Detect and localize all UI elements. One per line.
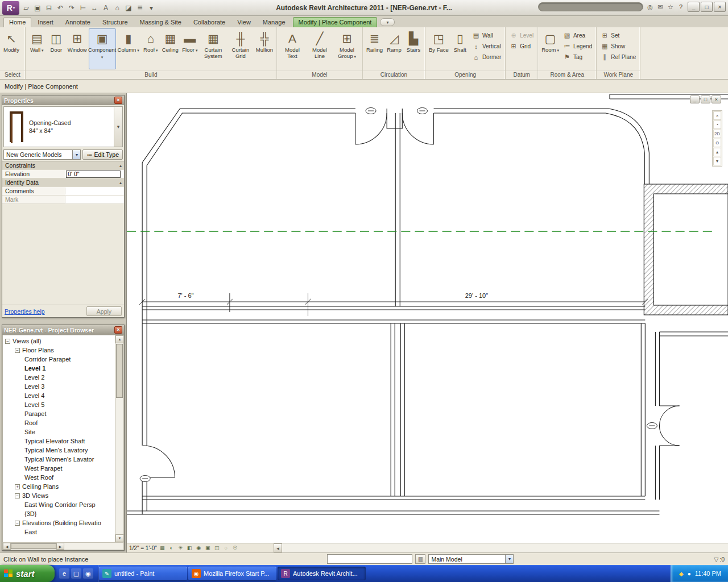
drawing-area[interactable]: 7' - 6" 29' - 10" _□× ×◔2D⊙▴▾ 1/2" = 1'-… (126, 93, 728, 552)
close-icon[interactable]: × (114, 97, 122, 104)
ribbon-tab[interactable]: Structure (97, 17, 134, 27)
canvas-horizontal-scrollbar[interactable]: ◀ (274, 543, 728, 552)
walls[interactable] (127, 94, 728, 514)
property-row-comments[interactable]: Comments (2, 187, 124, 196)
favorites-icon[interactable]: ☆ (665, 2, 676, 12)
ceiling-button[interactable]: ▦ Ceiling (160, 28, 180, 69)
room-button[interactable]: ▢ Room (540, 28, 561, 69)
panel-label-model[interactable]: Model (277, 70, 362, 79)
tray-security-icon[interactable]: ◆ (679, 571, 684, 577)
project-browser-header[interactable]: NER-Gene.rvt - Project Browser × (2, 325, 124, 335)
scroll-left-icon[interactable]: ◀ (274, 543, 282, 552)
ie-icon[interactable]: e (59, 568, 69, 579)
panel-label-work-plane[interactable]: Work Plane (597, 70, 640, 79)
shaft-opening-button[interactable]: ▯ Shaft (450, 28, 470, 69)
tree-item[interactable]: Typical Elevator Shaft (3, 436, 115, 446)
grid-button[interactable]: ⊞ Grid (507, 41, 536, 52)
tree-item[interactable]: Corridor Parapet (3, 355, 115, 364)
show-desktop-icon[interactable]: ▢ (71, 568, 81, 579)
dimension-label[interactable]: 7' - 6" (177, 292, 193, 299)
tree-expander-icon[interactable] (15, 484, 20, 489)
dimension-label[interactable]: 29' - 10" (465, 292, 488, 299)
panel-label-opening[interactable]: Opening (425, 70, 505, 79)
type-selector-dropdown-arrow-icon[interactable]: ▾ (114, 107, 122, 147)
tree-item[interactable]: East Wing Corridor Persp (3, 500, 115, 509)
combo-arrow-icon[interactable]: ▾ (505, 555, 513, 563)
level-button[interactable]: ⊕ Level (507, 30, 536, 41)
task-paint[interactable]: ✎ untitled - Paint (99, 567, 187, 580)
group-row-constraints[interactable]: Constraints ▴ (2, 161, 124, 170)
stairs-button[interactable]: ▙ Stairs (404, 28, 423, 69)
section-icon[interactable]: ◪ (123, 2, 134, 14)
collapse-chevron-icon[interactable]: ▴ (119, 180, 122, 185)
zoom-2d-icon[interactable]: 2D (713, 130, 721, 138)
tree-item[interactable]: 3D Views (3, 491, 115, 500)
ribbon-tab[interactable]: Insert (32, 17, 59, 27)
door-tags[interactable] (140, 108, 657, 482)
roof-button[interactable]: ⌂ Roof (141, 28, 160, 69)
tree-item[interactable]: Floor Plans (3, 346, 115, 355)
start-button[interactable]: start (0, 565, 55, 582)
print-icon[interactable]: ⊟ (43, 2, 55, 14)
minimize-button[interactable]: _ (688, 2, 700, 12)
design-options-combo[interactable]: Main Model ▾ (428, 554, 514, 564)
tree-item[interactable]: West Roof (3, 473, 115, 482)
panel-label-datum[interactable]: Datum (506, 70, 537, 79)
firefox-icon[interactable]: ◉ (83, 568, 93, 579)
floor-button[interactable]: ▬ Floor (180, 28, 200, 69)
tray-network-icon[interactable]: ● (688, 571, 691, 577)
mullion-button[interactable]: ╬ Mullion (254, 28, 275, 69)
task-revit[interactable]: R Autodesk Revit Archit... (278, 567, 366, 580)
task-firefox[interactable]: ◉ Mozilla Firefox Start P... (188, 567, 276, 580)
ribbon-tab[interactable]: View (231, 17, 257, 27)
ref-plane-button[interactable]: ∥ Ref Plane (598, 52, 638, 63)
panel-label-build[interactable]: Build (26, 70, 276, 79)
open-icon[interactable]: ▱ (20, 2, 32, 14)
dimension[interactable] (139, 293, 648, 316)
shadows-icon[interactable]: ◧ (185, 544, 194, 552)
nav-up-icon[interactable]: ▴ (713, 148, 721, 156)
tree-expander-icon[interactable] (15, 348, 20, 353)
search-icon[interactable]: ◎ (645, 2, 655, 12)
save-icon[interactable]: ▣ (32, 2, 43, 14)
panel-label-select[interactable]: Select (0, 70, 25, 79)
application-button[interactable]: R ▾ (2, 1, 19, 15)
sun-path-icon[interactable]: ☀ (176, 544, 185, 552)
vertical-opening-button[interactable]: ↕ Vertical (470, 41, 503, 52)
tree-item[interactable]: Site (3, 427, 115, 436)
infocenter-search-input[interactable] (538, 2, 643, 11)
tree-item[interactable]: {3D} (3, 509, 115, 518)
panel-label-circulation[interactable]: Circulation (363, 70, 425, 79)
tree-item[interactable]: Typical Men's Lavatory (3, 446, 115, 455)
close-button[interactable]: × (714, 2, 726, 12)
active-workset-combo[interactable] (327, 554, 412, 564)
tree-item[interactable]: Parapet (3, 409, 115, 418)
floor-plan[interactable]: 7' - 6" 29' - 10" (127, 93, 728, 543)
restore-button[interactable]: □ (701, 2, 713, 12)
ribbon-tab[interactable]: Annotate (60, 17, 96, 27)
show-rendering-dialog-icon[interactable]: ◉ (195, 544, 203, 552)
nav-down-icon[interactable]: ▾ (713, 157, 721, 165)
elevation-input[interactable] (66, 171, 121, 178)
opening-by-face-button[interactable]: ◳ By Face (427, 28, 450, 69)
contextual-tab-place-component[interactable]: Modify | Place Component (293, 17, 378, 27)
thin-lines-icon[interactable]: ≣ (134, 2, 146, 14)
combo-arrow-icon[interactable]: ▾ (72, 150, 80, 159)
view-minimize-icon[interactable]: _ (690, 95, 700, 103)
type-selector[interactable]: Opening-Cased 84" x 84" ▾ (3, 106, 123, 147)
tree-item[interactable]: Ceiling Plans (3, 482, 115, 491)
door-button[interactable]: ◫ Door (47, 28, 66, 69)
ribbon-tab[interactable]: Collaborate (188, 17, 231, 27)
set-work-plane-button[interactable]: ⊞ Set (598, 30, 638, 41)
scrollbar-thumb[interactable] (116, 344, 123, 398)
default-3d-view-icon[interactable]: ⌂ (111, 2, 123, 14)
family-filter-combo[interactable]: New Generic Models ▾ (3, 149, 81, 160)
qat-customize-icon[interactable]: ▾ (146, 2, 157, 14)
area-button[interactable]: ▧ Area (561, 30, 594, 41)
tree-expander-icon[interactable] (15, 521, 20, 526)
tree-expander-icon[interactable] (5, 339, 10, 344)
visual-style-icon[interactable]: ◐ (167, 544, 176, 552)
wall-button[interactable]: ▤ Wall (27, 28, 47, 69)
view-close-icon[interactable]: × (712, 95, 721, 103)
model-group-button[interactable]: ⊞ Model Group (333, 28, 361, 69)
